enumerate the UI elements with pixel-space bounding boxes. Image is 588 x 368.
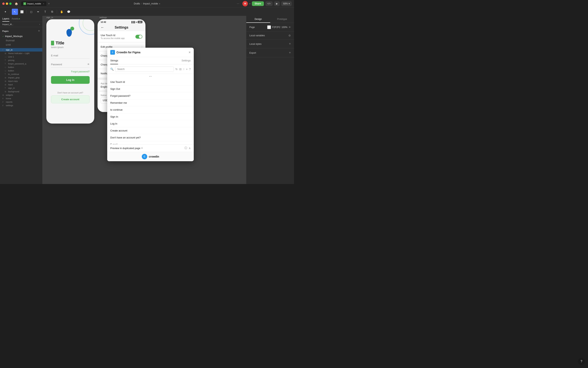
preview-collapse-icon[interactable]: ∧ (189, 147, 191, 150)
frame-tool-button[interactable]: ⬜ (19, 9, 25, 15)
layer-impact-gray[interactable]: ⊞ impact_gray (2, 76, 42, 79)
visibility-icon[interactable]: 👁 (289, 26, 291, 28)
layer-sign-in-text[interactable]: T sign_in (2, 86, 42, 90)
minimize-button[interactable] (6, 2, 8, 5)
page-color-swatch[interactable] (267, 25, 271, 29)
title-separator: / (141, 2, 142, 5)
page-ui-kit[interactable]: ui-kit (0, 43, 42, 47)
play-button[interactable]: ▶ (274, 1, 280, 6)
layer-line1[interactable]: — Line 1 (2, 55, 42, 58)
layer-pricing[interactable]: T pricing (2, 58, 42, 62)
layer-background[interactable]: ⊞ background (2, 90, 42, 93)
forgot-password-link[interactable]: Forgot password? (71, 70, 90, 73)
layer-input-copy-label: input copy (8, 80, 18, 82)
use-touch-id-title: Use Touch Id (101, 34, 125, 37)
string-remember-me[interactable]: Remember me (107, 100, 194, 106)
refresh-icon[interactable]: ↻ (175, 68, 178, 71)
layer-forgot-password-label: forgot_password_q (8, 63, 26, 65)
assets-tab[interactable]: Assets (12, 17, 20, 22)
string-to-continue[interactable]: to continue (107, 106, 194, 113)
active-tab[interactable]: F Impact_mobile × (21, 1, 46, 6)
layer-sign-in[interactable]: # sign_in (0, 48, 42, 52)
page-thumnail-label: thumnail (6, 39, 15, 42)
create-account-button[interactable]: Create account (51, 95, 90, 103)
logo-drop (66, 29, 72, 37)
use-touch-id-item[interactable]: Use Touch Id To access the mobile app (98, 31, 145, 42)
layer-input-copy[interactable]: ⊞ input copy (2, 79, 42, 83)
zoom-button[interactable]: 68% ▾ (281, 1, 292, 6)
layer-button1[interactable]: ◇ button (2, 65, 42, 69)
traffic-lights (2, 2, 12, 5)
layer-home[interactable]: # home (0, 97, 42, 100)
prototype-tab[interactable]: Prototype (270, 16, 294, 23)
string-sign-out[interactable]: Sign Out (107, 85, 194, 92)
string-log-in[interactable]: Log In (107, 120, 194, 127)
layer-input[interactable]: ⊞ input (2, 83, 42, 86)
close-button[interactable] (2, 2, 5, 5)
page-impact-mockups[interactable]: ✓ Impact_Mockups (0, 34, 42, 38)
signin-title: Title (56, 41, 64, 46)
layer-impact-gray-icon: ⊞ (5, 77, 7, 79)
email-input[interactable] (51, 53, 90, 59)
code-button[interactable]: </> (265, 1, 272, 6)
hand-tool-button[interactable]: ✋ (58, 9, 65, 15)
pen-tool-button[interactable]: ✒ (35, 9, 41, 15)
battery-icon: ■■■ (138, 21, 142, 23)
new-tab-button[interactable]: + (48, 2, 50, 5)
local-styles-add-button[interactable]: + (289, 42, 291, 46)
local-variables-icon[interactable]: ⚙ (288, 34, 291, 37)
help-icon[interactable]: ? (189, 68, 191, 71)
main-layout: Layers Assets Impact_M... › Pages + ✓ Im… (0, 16, 294, 184)
crowdin-close-button[interactable]: × (188, 50, 191, 55)
share-button[interactable]: Share (252, 1, 264, 6)
figma-menu-button[interactable]: ✦ (2, 9, 9, 15)
export-add-button[interactable]: + (289, 51, 291, 55)
layer-widgets[interactable]: ⊞ widgets (0, 93, 42, 97)
page-thumnail[interactable]: thumnail (0, 38, 42, 43)
add-page-button[interactable]: + (38, 29, 40, 33)
string-sign-in[interactable]: Sign In (107, 113, 194, 120)
back-arrow-icon[interactable]: ← (101, 26, 104, 29)
shape-tool-button[interactable]: ◻ (28, 9, 34, 15)
more-options-icon[interactable]: ··· (237, 2, 239, 5)
crowdin-search-input[interactable] (115, 66, 174, 72)
comment-tool-button[interactable]: 💬 (65, 9, 72, 15)
string-email[interactable]: E-mail (107, 141, 194, 144)
layers-tab[interactable]: Layers (2, 17, 9, 22)
password-input[interactable] (51, 61, 90, 68)
filter-icon[interactable]: ⊟ (179, 68, 182, 71)
login-button[interactable]: Log In (51, 76, 90, 84)
layer-to-continue[interactable]: T to_continue (2, 72, 42, 76)
layer-home-indicator-label: Home Indicator – Light (8, 52, 29, 55)
strings-tab[interactable]: Strings (110, 57, 118, 64)
design-tab[interactable]: Design (246, 16, 270, 23)
text-tool-button[interactable]: T (42, 9, 48, 15)
move-tool-button[interactable]: ↖ (12, 9, 18, 15)
layer-reports[interactable]: # reports (0, 100, 42, 104)
layer-settings[interactable]: # settings (0, 104, 42, 107)
layer-forgot-password[interactable]: T forgot_password_q (2, 62, 42, 65)
layer-background-icon: ⊞ (5, 91, 7, 93)
use-touch-id-toggle[interactable] (135, 35, 142, 39)
add-string-icon[interactable]: + (186, 68, 187, 71)
string-use-touch-id[interactable]: Use Touch Id (107, 79, 194, 85)
layer-button2[interactable]: ◇ button (2, 69, 42, 72)
string-forgot-password[interactable]: Forgot password? (107, 92, 194, 100)
file-name-label[interactable]: Impact_mobile (143, 2, 158, 5)
page-active-check: ✓ (2, 35, 4, 37)
component-tool-button[interactable]: ⧉ (49, 9, 55, 15)
tab-close-icon[interactable]: × (43, 3, 44, 5)
layer-home-indicator[interactable]: ⊞ Home Indicator – Light (2, 52, 42, 55)
upload-icon[interactable]: ↑ (183, 68, 185, 71)
string-dont-have-account[interactable]: Don't have an account yet? (107, 134, 194, 141)
avatar-dropdown-icon[interactable]: ▾ (249, 3, 250, 5)
fullscreen-button[interactable] (9, 2, 12, 5)
breadcrumb: Impact_M... (2, 23, 13, 26)
crowdin-settings-tab[interactable]: Settings (182, 57, 191, 64)
string-create-account[interactable]: Create account (107, 127, 194, 134)
preview-row[interactable]: Preview in duplicated page ▾ ⓘ ∧ (107, 144, 194, 152)
title-dropdown-icon[interactable]: ▾ (159, 3, 160, 5)
eye-icon[interactable]: 👁 (87, 63, 90, 66)
preview-info-icon[interactable]: ⓘ (185, 146, 187, 150)
user-avatar[interactable]: M (243, 1, 248, 6)
